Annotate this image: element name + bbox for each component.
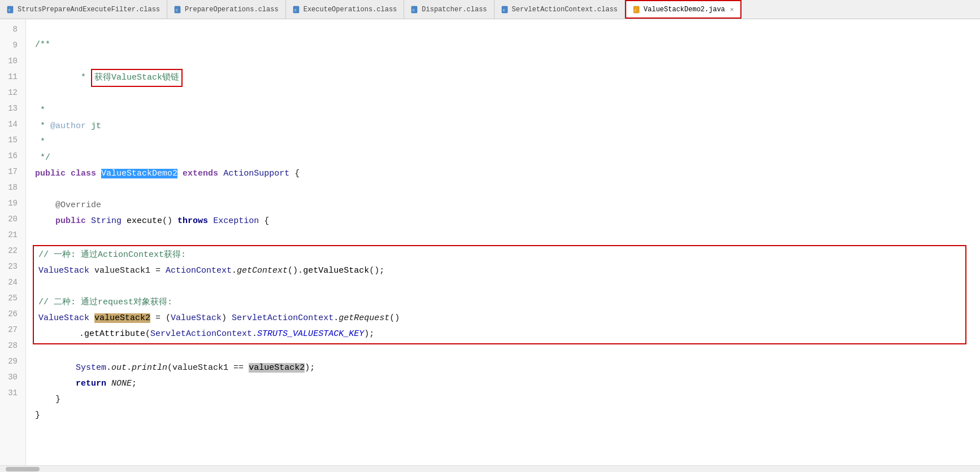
code-line-22	[38, 279, 961, 295]
code-line-11: *	[35, 103, 980, 119]
editor-container: c StrutsPrepareAndExecuteFilter.class c …	[0, 0, 980, 472]
code-line-8	[35, 21, 980, 37]
class-file-icon: c	[174, 6, 182, 14]
line-num: 31	[0, 385, 21, 401]
code-line-23: // 二种: 通过request对象获得:	[38, 295, 961, 311]
line-num: 25	[0, 290, 21, 306]
code-line-21: ValueStack valueStack1 = ActionContext.g…	[38, 263, 961, 279]
line-num: 30	[0, 369, 21, 385]
svg-text:c: c	[503, 8, 505, 12]
svg-text:c: c	[294, 8, 297, 12]
line-num: 29	[0, 353, 21, 369]
line-num: 11	[0, 69, 21, 85]
line-num: 15	[0, 132, 21, 148]
line-num: 13	[0, 100, 21, 116]
java-file-icon: J	[633, 6, 641, 14]
tab-label: PrepareOperations.class	[185, 6, 279, 14]
code-area: 8 9 10 11 12 13 14 15 16 17 18 19 20 21 …	[0, 19, 980, 465]
code-line-10: * 获得ValueStack锁链	[35, 53, 980, 103]
code-line-9: /**	[35, 37, 980, 53]
scroll-thumb[interactable]	[6, 467, 40, 471]
code-line-17: @Override	[35, 198, 980, 213]
code-line-15: public class ValueStackDemo2 extends Act…	[35, 166, 980, 182]
code-line-20: // 一种: 通过ActionContext获得:	[38, 247, 961, 263]
tab-label: ExecuteOperations.class	[303, 6, 397, 14]
tab-Dispatcher[interactable]: c Dispatcher.class	[404, 0, 494, 19]
code-line-18: public String execute() throws Exception…	[35, 213, 980, 229]
line-num: 20	[0, 211, 21, 227]
code-line-13: *	[35, 134, 980, 150]
line-num: 27	[0, 322, 21, 338]
code-line-12: * @author jt	[35, 119, 980, 134]
class-file-icon: c	[293, 6, 301, 14]
horizontal-scrollbar[interactable]	[0, 465, 980, 472]
class-file-icon: c	[501, 6, 509, 14]
code-line-31	[35, 423, 980, 439]
tab-ExecuteOperations[interactable]: c ExecuteOperations.class	[286, 0, 405, 19]
svg-text:c: c	[176, 8, 178, 12]
line-num: 8	[0, 21, 21, 37]
line-num: 12	[0, 85, 21, 100]
tab-StrutsPrepareAndExecuteFilter[interactable]: c StrutsPrepareAndExecuteFilter.class	[0, 0, 167, 19]
line-num: 10	[0, 53, 21, 69]
line-num: 21	[0, 227, 21, 243]
svg-text:J: J	[634, 8, 636, 12]
tab-label: ServletActionContext.class	[512, 6, 618, 14]
line-num: 23	[0, 259, 21, 274]
svg-text:c: c	[413, 8, 415, 12]
title-annotation-box: 获得ValueStack锁链	[91, 69, 183, 87]
line-num: 9	[0, 37, 21, 53]
line-num: 18	[0, 180, 21, 195]
code-line-29: }	[35, 392, 980, 408]
class-file-icon: c	[411, 6, 419, 14]
code-line-24: ValueStack valueStack2 = (ValueStack) Se…	[38, 311, 961, 326]
tab-ServletActionContext[interactable]: c ServletActionContext.class	[495, 0, 625, 19]
line-num: 16	[0, 148, 21, 164]
tab-label: Dispatcher.class	[422, 6, 487, 14]
svg-text:c: c	[8, 8, 11, 12]
line-num: 19	[0, 195, 21, 211]
code-line-16	[35, 182, 980, 198]
code-line-30: }	[35, 408, 980, 423]
line-num: 26	[0, 306, 21, 322]
code-line-25: .getAttribute(ServletActionContext.STRUT…	[38, 326, 961, 342]
tab-close-button[interactable]: ✕	[730, 6, 734, 13]
code-line-19	[35, 229, 980, 245]
line-num: 22	[0, 243, 21, 259]
red-box-code-region: // 一种: 通过ActionContext获得: ValueStack val…	[33, 245, 966, 344]
code-line-28: return NONE;	[35, 376, 980, 392]
code-line-27: System.out.println(valueStack1 == valueS…	[35, 360, 980, 376]
line-num: 17	[0, 164, 21, 180]
line-num: 14	[0, 116, 21, 132]
tab-PrepareOperations[interactable]: c PrepareOperations.class	[167, 0, 286, 19]
line-numbers: 8 9 10 11 12 13 14 15 16 17 18 19 20 21 …	[0, 19, 26, 465]
line-num: 28	[0, 338, 21, 353]
tab-ValueStackDemo2[interactable]: J ValueStackDemo2.java ✕	[625, 0, 742, 19]
line-num: 24	[0, 274, 21, 290]
code-content: /** * 获得ValueStack锁链 * * @author jt * */…	[26, 19, 980, 465]
code-line-14: */	[35, 150, 980, 166]
tab-label: StrutsPrepareAndExecuteFilter.class	[18, 6, 160, 14]
code-line-26	[35, 344, 980, 360]
class-file-icon: c	[7, 6, 15, 14]
tab-bar: c StrutsPrepareAndExecuteFilter.class c …	[0, 0, 980, 19]
tab-label: ValueStackDemo2.java	[644, 6, 725, 14]
